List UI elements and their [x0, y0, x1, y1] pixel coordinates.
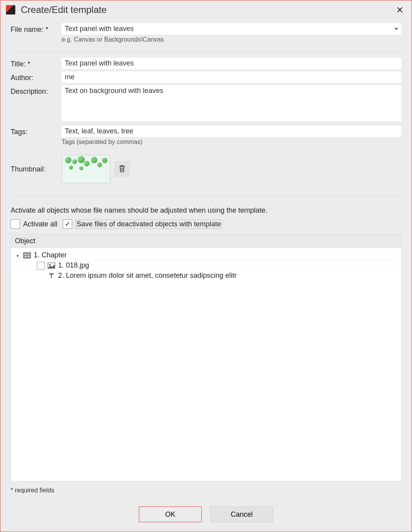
activate-all-label: Activate all	[23, 220, 57, 228]
divider	[11, 196, 401, 196]
svg-rect-1	[24, 253, 27, 255]
image-icon	[47, 262, 56, 269]
tree-row-image[interactable]: 1. 018.jpg	[14, 261, 398, 271]
svg-rect-3	[24, 256, 27, 257]
dialog-window: Create/Edit template File name: * e.g. C…	[0, 0, 412, 532]
svg-point-6	[49, 264, 51, 266]
author-input[interactable]	[62, 71, 401, 83]
activate-all-checkbox[interactable]	[11, 219, 20, 229]
label-description: Description:	[11, 85, 62, 96]
close-icon[interactable]	[394, 4, 405, 15]
dialog-content: File name: * e.g. Canvas or Backgrounds\…	[0, 19, 412, 497]
thumbnail-preview[interactable]	[62, 155, 110, 183]
titlebar: Create/Edit template	[0, 0, 412, 19]
row-title: Title: *	[11, 58, 401, 69]
app-icon	[6, 5, 15, 15]
svg-rect-2	[27, 253, 30, 255]
dialog-title: Create/Edit template	[21, 4, 394, 15]
label-title: Title: *	[11, 58, 62, 68]
label-author: Author:	[11, 71, 62, 82]
svg-rect-4	[27, 256, 30, 257]
label-thumbnail: Thumbnail:	[11, 165, 62, 173]
tree-item-label: 2. Lorem ipsum dolor sit amet, consetetu…	[58, 271, 237, 280]
save-deactivated-label: Save files of deactivated objects with t…	[75, 220, 222, 229]
delete-thumbnail-button[interactable]	[114, 161, 130, 177]
tags-hint: Tags (separated by commas)	[62, 138, 401, 146]
tree-item-label: 1. 018.jpg	[58, 261, 89, 270]
object-tree-panel: Object ▾ 1. Chapter 1. 018.jpg	[11, 234, 401, 481]
filename-hint: e.g. Canvas or Backgrounds\Canvas	[62, 36, 401, 43]
tree-item-checkbox[interactable]	[37, 262, 45, 270]
save-deactivated-checkbox[interactable]	[63, 219, 72, 229]
checkbox-row: Activate all Save files of deactivated o…	[11, 219, 401, 229]
trash-icon	[118, 165, 126, 174]
row-thumbnail: Thumbnail:	[11, 155, 401, 183]
label-filename: File name: *	[11, 23, 62, 34]
tree-row-chapter[interactable]: ▾ 1. Chapter	[14, 250, 398, 261]
required-fields-note: * required fields	[11, 487, 401, 494]
tree-item-label: 1. Chapter	[34, 251, 67, 259]
filename-dropdown[interactable]	[62, 23, 401, 35]
title-input[interactable]	[62, 58, 401, 69]
row-tags: Tags: Tags (separated by commas)	[11, 126, 401, 146]
cancel-button[interactable]: Cancel	[210, 506, 273, 522]
objects-instruction: Activate all objects whose file names sh…	[11, 206, 401, 215]
row-description: Description: Text on background with lea…	[11, 85, 401, 123]
tree-header: Object	[11, 235, 401, 248]
tree-body[interactable]: ▾ 1. Chapter 1. 018.jpg	[11, 248, 401, 481]
tags-input[interactable]	[62, 126, 401, 137]
button-bar: OK Cancel	[0, 497, 412, 532]
row-filename: File name: * e.g. Canvas or Backgrounds\…	[11, 23, 401, 43]
ok-button[interactable]: OK	[139, 506, 202, 522]
description-input[interactable]: Text on background with leaves	[62, 85, 401, 121]
row-author: Author:	[11, 71, 401, 83]
tree-row-text[interactable]: 2. Lorem ipsum dolor sit amet, consetetu…	[14, 271, 398, 281]
label-tags: Tags:	[11, 126, 62, 136]
filename-input[interactable]	[62, 23, 401, 35]
expand-icon[interactable]: ▾	[16, 253, 21, 258]
text-icon	[47, 272, 56, 279]
divider	[11, 51, 401, 51]
chapter-icon	[23, 252, 31, 259]
